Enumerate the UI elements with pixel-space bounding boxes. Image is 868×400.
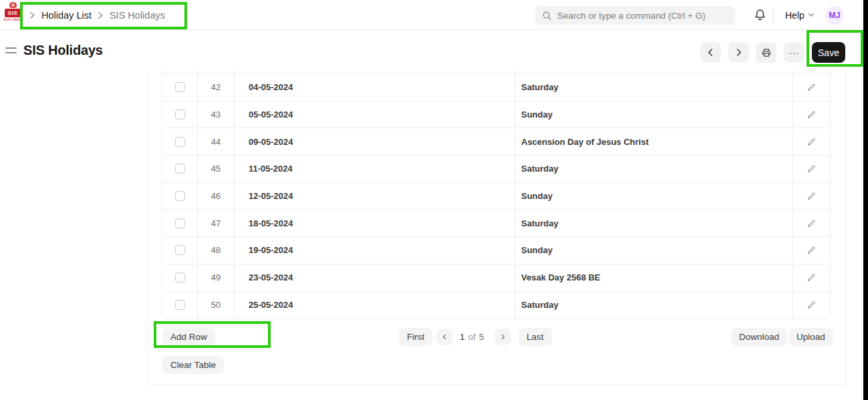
previous-document-button[interactable] [700, 42, 721, 63]
top-navbar: SIS South Jakarta Holiday List SIS Holid… [0, 0, 868, 30]
row-checkbox[interactable] [175, 164, 185, 174]
table-row: 43 05-05-2024 Sunday [162, 102, 830, 129]
pagination-first-button[interactable]: First [399, 328, 432, 346]
row-index: 42 [198, 74, 235, 101]
row-index: 46 [198, 183, 235, 210]
table-row: 47 18-05-2024 Saturday [162, 210, 830, 237]
ellipsis-icon: ... [789, 45, 800, 56]
row-date[interactable]: 05-05-2024 [235, 102, 515, 128]
row-checkbox[interactable] [175, 137, 185, 147]
edit-row-icon[interactable] [807, 192, 816, 200]
row-index: 44 [198, 128, 235, 155]
row-checkbox[interactable] [175, 110, 185, 120]
row-index: 49 [198, 264, 235, 291]
more-options-button[interactable]: ... [784, 42, 805, 63]
total-pages: 5 [479, 332, 484, 342]
row-checkbox[interactable] [175, 218, 185, 228]
edit-row-icon[interactable] [807, 110, 816, 119]
holiday-grid-rows: 42 04-05-2024 Saturday 43 05-05-2024 Sun… [162, 74, 830, 319]
row-checkbox[interactable] [175, 300, 185, 310]
add-row-button[interactable]: Add Row [162, 328, 215, 346]
edit-row-icon[interactable] [807, 83, 816, 91]
pagination-next-button[interactable] [494, 329, 511, 345]
edit-row-icon[interactable] [807, 301, 816, 309]
row-date[interactable]: 04-05-2024 [235, 74, 515, 101]
holidays-table: 42 04-05-2024 Saturday 43 05-05-2024 Sun… [162, 70, 831, 319]
table-row: 46 12-05-2024 Sunday [162, 183, 830, 210]
row-date[interactable]: 23-05-2024 [235, 264, 515, 291]
row-checkbox[interactable] [175, 82, 185, 92]
row-description[interactable]: Sunday [515, 237, 793, 264]
row-checkbox[interactable] [175, 245, 185, 255]
chevron-down-icon [808, 13, 815, 17]
user-avatar[interactable]: MJ [825, 6, 844, 25]
save-button[interactable]: Save [812, 42, 845, 63]
table-row: 49 23-05-2024 Vesak Day 2568 BE [162, 264, 830, 292]
edit-row-icon[interactable] [807, 246, 816, 254]
pagination-status: 1 of 5 [460, 328, 484, 346]
help-menu[interactable]: Help [785, 0, 815, 30]
row-index: 45 [198, 156, 235, 182]
row-index: 48 [198, 237, 235, 264]
avatar-initials: MJ [829, 11, 840, 20]
app-logo[interactable]: SIS South Jakarta [3, 2, 23, 21]
row-description[interactable]: Saturday [515, 74, 793, 101]
upload-button[interactable]: Upload [788, 328, 833, 346]
row-description[interactable]: Vesak Day 2568 BE [515, 264, 793, 291]
row-checkbox[interactable] [175, 272, 185, 282]
logo-text: SIS [5, 9, 21, 17]
row-description[interactable]: Saturday [515, 210, 793, 236]
logo-subtext: South Jakarta [3, 18, 22, 21]
row-index: 50 [198, 292, 235, 319]
table-row: 42 04-05-2024 Saturday [162, 74, 830, 102]
global-search-input[interactable]: Search or type a command (Ctrl + G) [535, 6, 735, 25]
page-title: SIS Holidays [23, 43, 103, 58]
sidebar-toggle-icon[interactable] [5, 47, 17, 57]
navbar-divider [773, 9, 774, 22]
logo-crest-icon [9, 2, 17, 8]
clear-table-button[interactable]: Clear Table [162, 356, 224, 374]
row-description[interactable]: Sunday [515, 102, 793, 128]
help-label: Help [785, 10, 805, 21]
row-date[interactable]: 18-05-2024 [235, 210, 515, 236]
row-index: 43 [198, 102, 235, 128]
current-page: 1 [460, 332, 465, 342]
breadcrumb-item-holiday-list[interactable]: Holiday List [41, 10, 92, 21]
table-row: 48 19-05-2024 Sunday [162, 237, 830, 264]
row-description[interactable]: Saturday [515, 156, 793, 182]
print-button[interactable] [756, 42, 776, 63]
screen-right-edge [863, 0, 868, 400]
edit-row-icon[interactable] [807, 219, 816, 228]
row-date[interactable]: 09-05-2024 [235, 128, 515, 155]
pagination-prev-button[interactable] [436, 329, 453, 345]
breadcrumb-item-sis-holidays[interactable]: SIS Holidays [110, 10, 165, 21]
breadcrumb: Holiday List SIS Holidays [29, 0, 165, 30]
of-label: of [468, 332, 476, 342]
edit-row-icon[interactable] [807, 138, 816, 146]
row-checkbox[interactable] [175, 191, 185, 201]
search-icon [542, 11, 552, 21]
row-description[interactable]: Saturday [515, 292, 793, 319]
chevron-right-icon [29, 11, 35, 19]
table-row: 50 25-05-2024 Saturday [162, 292, 830, 319]
row-date[interactable]: 19-05-2024 [235, 237, 515, 264]
form-section-border-bottom [148, 385, 846, 385]
row-date[interactable]: 12-05-2024 [235, 183, 515, 210]
row-description[interactable]: Sunday [515, 183, 793, 210]
row-description[interactable]: Ascension Day of Jesus Christ [515, 128, 793, 155]
download-button[interactable]: Download [731, 328, 787, 346]
edit-row-icon[interactable] [807, 164, 816, 173]
row-date[interactable]: 11-05-2024 [235, 156, 515, 182]
form-section-border-left [148, 72, 149, 385]
row-date[interactable]: 25-05-2024 [235, 292, 515, 319]
table-row: 44 09-05-2024 Ascension Day of Jesus Chr… [162, 128, 830, 156]
pagination-last-button[interactable]: Last [519, 328, 552, 346]
row-index: 47 [198, 210, 235, 236]
form-section-border-right [845, 72, 846, 385]
edit-row-icon[interactable] [807, 273, 816, 282]
notifications-bell-icon[interactable] [754, 9, 766, 21]
table-row: 45 11-05-2024 Saturday [162, 156, 830, 183]
search-placeholder: Search or type a command (Ctrl + G) [557, 11, 706, 21]
next-document-button[interactable] [728, 42, 749, 63]
chevron-right-icon [98, 11, 104, 19]
